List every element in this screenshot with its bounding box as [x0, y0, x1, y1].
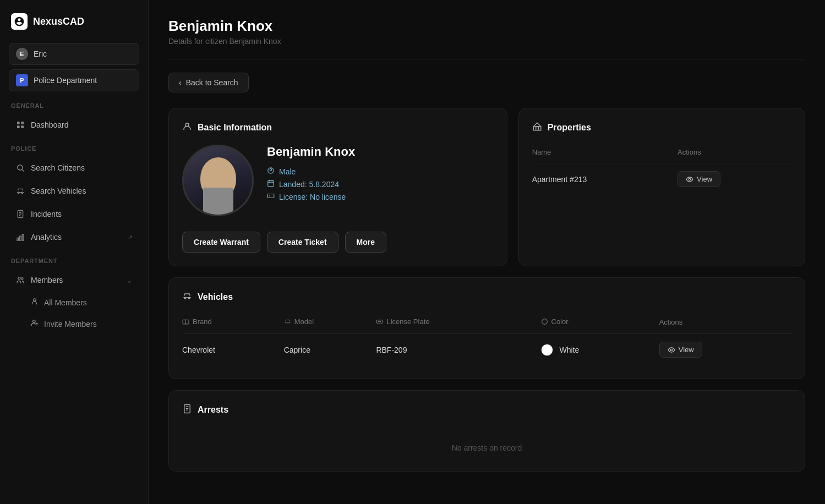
sidebar-item-dashboard[interactable]: Dashboard	[9, 116, 139, 134]
svg-point-32	[542, 319, 547, 325]
citizen-landed: Landed: 5.8.2024	[279, 180, 339, 189]
svg-rect-11	[20, 236, 21, 240]
department-button[interactable]: P Police Department	[9, 69, 139, 91]
property-action: View	[678, 163, 791, 195]
page-title: Benjamin Knox	[168, 18, 805, 35]
license-icon	[267, 192, 275, 201]
back-to-search-button[interactable]: ‹ Back to Search	[168, 73, 249, 92]
sidebar-subitem-invite-members[interactable]: Invite Members	[9, 315, 139, 332]
col-actions: Actions	[678, 145, 791, 163]
grid-icon	[15, 120, 25, 130]
vehicle-color: White	[541, 334, 659, 366]
veh-col-plate: License Plate	[376, 314, 540, 334]
page-subtitle: Details for citizen Benjamin Knox	[168, 37, 805, 46]
create-ticket-button[interactable]: Create Ticket	[267, 232, 338, 253]
dept-name: Police Department	[34, 76, 97, 85]
dept-badge: P	[16, 74, 28, 86]
properties-title: Properties	[548, 123, 591, 133]
veh-col-color: Color	[541, 314, 659, 334]
citizen-avatar	[182, 145, 254, 216]
sidebar-item-search-vehicles[interactable]: Search Vehicles	[9, 182, 139, 200]
view-property-button[interactable]: View	[678, 171, 720, 187]
arrests-icon	[182, 404, 192, 416]
svg-rect-0	[17, 122, 20, 124]
svg-point-19	[270, 169, 272, 171]
file-icon	[15, 209, 25, 219]
sidebar-item-label: Analytics	[31, 233, 62, 242]
vehicles-table: Brand Model License Plate	[182, 314, 791, 365]
svg-rect-26	[533, 127, 541, 130]
sidebar-subitem-label: Invite Members	[44, 320, 97, 328]
arrests-header: Arrests	[182, 404, 791, 416]
basic-info-title: Basic Information	[198, 123, 272, 133]
app-logo: NexusCAD	[9, 11, 139, 39]
vehicle-brand: Chevrolet	[182, 334, 284, 366]
svg-rect-12	[22, 234, 24, 240]
users-icon	[15, 275, 25, 285]
svg-point-16	[33, 320, 36, 323]
sidebar: NexusCAD E Eric P Police Department GENE…	[0, 0, 149, 504]
vehicle-plate: RBF-209	[376, 334, 540, 366]
calendar-icon	[267, 179, 275, 189]
bar-chart-icon	[15, 232, 25, 242]
chevron-down-icon: ⌄	[126, 276, 133, 284]
main-content: Benjamin Knox Details for citizen Benjam…	[149, 0, 825, 504]
svg-rect-24	[267, 194, 274, 198]
svg-point-27	[689, 178, 691, 180]
basic-info-card: Basic Information Benjamin Knox Male	[168, 108, 507, 266]
citizen-landed-row: Landed: 5.8.2024	[267, 179, 355, 189]
color-label: White	[560, 346, 580, 354]
property-name: Apartment #213	[532, 163, 678, 195]
sidebar-item-label: Incidents	[31, 210, 62, 218]
citizen-gender-row: Male	[267, 167, 355, 176]
basic-info-header: Basic Information	[182, 122, 494, 134]
svg-point-14	[21, 278, 23, 280]
more-button[interactable]: More	[345, 232, 386, 253]
svg-rect-3	[21, 125, 24, 128]
car-icon	[15, 186, 25, 196]
properties-table: Name Actions Apartment #213 View	[532, 145, 791, 195]
app-name: NexusCAD	[33, 16, 84, 28]
section-label-department: DEPARTMENT	[9, 251, 139, 266]
veh-col-model: Model	[284, 314, 376, 334]
svg-point-33	[670, 349, 673, 351]
vehicle-action: View	[659, 334, 791, 366]
svg-line-5	[22, 169, 24, 172]
search-icon	[15, 163, 25, 173]
user-button[interactable]: E Eric	[9, 43, 139, 65]
col-name: Name	[532, 145, 678, 163]
no-arrests-message: No arrests on record	[182, 427, 791, 458]
user-avatar: E	[16, 48, 28, 60]
citizen-name: Benjamin Knox	[267, 145, 355, 159]
top-row: Basic Information Benjamin Knox Male	[168, 108, 805, 266]
citizen-details: Benjamin Knox Male Landed: 5.8.2024	[267, 145, 355, 201]
sidebar-item-analytics[interactable]: Analytics ↗	[9, 228, 139, 246]
home-icon	[532, 122, 542, 134]
user-icon	[31, 298, 39, 307]
view-vehicle-button[interactable]: View	[659, 342, 702, 358]
sidebar-item-label: Search Citizens	[31, 163, 85, 172]
sidebar-item-label: Search Vehicles	[31, 187, 86, 195]
car-section-icon	[182, 291, 192, 303]
sidebar-item-search-citizens[interactable]: Search Citizens	[9, 158, 139, 177]
vehicles-title: Vehicles	[198, 292, 233, 302]
chevron-left-icon: ‹	[179, 78, 182, 87]
sidebar-item-label: Members	[31, 276, 63, 284]
gender-icon	[267, 167, 275, 176]
sidebar-item-members[interactable]: Members ⌄	[9, 271, 139, 289]
svg-point-13	[18, 277, 20, 280]
external-link-icon: ↗	[128, 234, 133, 241]
sidebar-subitem-label: All Members	[44, 298, 87, 307]
logo-icon	[11, 13, 28, 30]
sidebar-item-incidents[interactable]: Incidents	[9, 205, 139, 223]
action-buttons: Create Warrant Create Ticket More	[182, 232, 494, 253]
properties-card: Properties Name Actions Apartment #213 V…	[518, 108, 805, 266]
svg-rect-20	[268, 180, 274, 187]
create-warrant-button[interactable]: Create Warrant	[182, 232, 260, 253]
sidebar-subitem-all-members[interactable]: All Members	[9, 294, 139, 311]
vehicle-model: Caprice	[284, 334, 376, 366]
citizen-license: License: No license	[279, 193, 346, 201]
svg-rect-1	[21, 122, 24, 124]
user-name: Eric	[34, 50, 47, 58]
citizen-gender: Male	[279, 167, 296, 176]
